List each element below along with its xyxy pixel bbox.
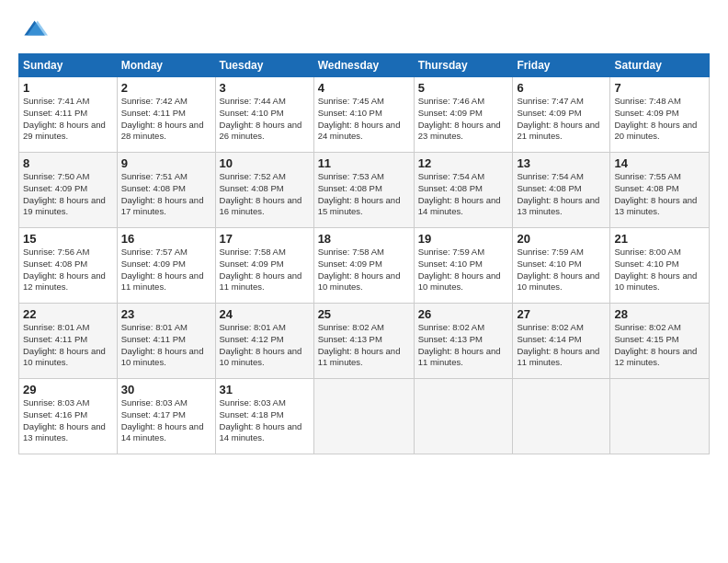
- day-number: 10: [220, 156, 310, 170]
- day-cell: 22Sunrise: 8:01 AMSunset: 4:11 PMDayligh…: [19, 304, 118, 379]
- day-info: Sunrise: 8:02 AMSunset: 4:14 PMDaylight:…: [517, 322, 606, 369]
- day-cell: [313, 379, 414, 454]
- header-day-wednesday: Wednesday: [313, 54, 414, 77]
- day-cell: [610, 379, 710, 454]
- day-info: Sunrise: 7:57 AMSunset: 4:09 PMDaylight:…: [121, 247, 211, 293]
- day-info: Sunrise: 7:48 AMSunset: 4:09 PMDaylight:…: [614, 96, 705, 143]
- day-number: 25: [318, 307, 410, 321]
- week-row-2: 8Sunrise: 7:50 AMSunset: 4:09 PMDaylight…: [19, 153, 710, 228]
- calendar-body: 1Sunrise: 7:41 AMSunset: 4:11 PMDaylight…: [19, 77, 710, 454]
- day-number: 6: [517, 81, 606, 95]
- day-cell: 7Sunrise: 7:48 AMSunset: 4:09 PMDaylight…: [610, 77, 710, 153]
- day-info: Sunrise: 8:03 AMSunset: 4:16 PMDaylight:…: [23, 397, 113, 444]
- day-info: Sunrise: 7:42 AMSunset: 4:11 PMDaylight:…: [121, 96, 211, 143]
- day-cell: 26Sunrise: 8:02 AMSunset: 4:13 PMDayligh…: [414, 304, 513, 379]
- day-info: Sunrise: 7:56 AMSunset: 4:08 PMDaylight:…: [23, 247, 113, 293]
- day-info: Sunrise: 7:46 AMSunset: 4:09 PMDaylight:…: [418, 96, 509, 143]
- day-info: Sunrise: 8:02 AMSunset: 4:15 PMDaylight:…: [614, 322, 705, 369]
- day-number: 20: [517, 232, 606, 246]
- day-cell: 27Sunrise: 8:02 AMSunset: 4:14 PMDayligh…: [513, 304, 610, 379]
- day-cell: 31Sunrise: 8:03 AMSunset: 4:18 PMDayligh…: [215, 379, 313, 454]
- week-row-3: 15Sunrise: 7:56 AMSunset: 4:08 PMDayligh…: [19, 228, 710, 304]
- day-cell: 15Sunrise: 7:56 AMSunset: 4:08 PMDayligh…: [19, 228, 118, 304]
- header-day-thursday: Thursday: [414, 54, 513, 77]
- day-info: Sunrise: 8:00 AMSunset: 4:10 PMDaylight:…: [614, 247, 705, 293]
- day-cell: 19Sunrise: 7:59 AMSunset: 4:10 PMDayligh…: [414, 228, 513, 304]
- day-number: 12: [418, 156, 509, 170]
- day-info: Sunrise: 7:41 AMSunset: 4:11 PMDaylight:…: [23, 96, 113, 143]
- day-number: 3: [220, 81, 310, 95]
- day-number: 23: [121, 307, 211, 321]
- day-cell: 11Sunrise: 7:53 AMSunset: 4:08 PMDayligh…: [313, 153, 414, 228]
- day-info: Sunrise: 7:54 AMSunset: 4:08 PMDaylight:…: [517, 171, 606, 218]
- day-info: Sunrise: 7:47 AMSunset: 4:09 PMDaylight:…: [517, 96, 606, 143]
- day-number: 30: [121, 383, 211, 396]
- day-cell: 12Sunrise: 7:54 AMSunset: 4:08 PMDayligh…: [414, 153, 513, 228]
- day-number: 7: [614, 81, 705, 95]
- day-cell: 1Sunrise: 7:41 AMSunset: 4:11 PMDaylight…: [19, 77, 118, 153]
- day-cell: 28Sunrise: 8:02 AMSunset: 4:15 PMDayligh…: [610, 304, 710, 379]
- day-number: 19: [418, 232, 509, 246]
- day-number: 14: [614, 156, 705, 170]
- day-cell: 25Sunrise: 8:02 AMSunset: 4:13 PMDayligh…: [313, 304, 414, 379]
- day-number: 22: [23, 307, 113, 321]
- day-info: Sunrise: 7:53 AMSunset: 4:08 PMDaylight:…: [318, 171, 410, 218]
- day-info: Sunrise: 7:58 AMSunset: 4:09 PMDaylight:…: [220, 247, 310, 293]
- day-cell: 5Sunrise: 7:46 AMSunset: 4:09 PMDaylight…: [414, 77, 513, 153]
- day-cell: 13Sunrise: 7:54 AMSunset: 4:08 PMDayligh…: [513, 153, 610, 228]
- day-number: 9: [121, 156, 211, 170]
- day-cell: 16Sunrise: 7:57 AMSunset: 4:09 PMDayligh…: [117, 228, 215, 304]
- day-number: 27: [517, 307, 606, 321]
- header: [18, 15, 710, 44]
- day-info: Sunrise: 8:02 AMSunset: 4:13 PMDaylight:…: [318, 322, 410, 369]
- day-info: Sunrise: 8:03 AMSunset: 4:17 PMDaylight:…: [121, 397, 211, 444]
- logo-icon: [18, 15, 48, 44]
- day-cell: 10Sunrise: 7:52 AMSunset: 4:08 PMDayligh…: [215, 153, 313, 228]
- day-cell: 3Sunrise: 7:44 AMSunset: 4:10 PMDaylight…: [215, 77, 313, 153]
- day-info: Sunrise: 7:52 AMSunset: 4:08 PMDaylight:…: [220, 171, 310, 218]
- day-cell: 2Sunrise: 7:42 AMSunset: 4:11 PMDaylight…: [117, 77, 215, 153]
- day-number: 16: [121, 232, 211, 246]
- day-number: 13: [517, 156, 606, 170]
- day-info: Sunrise: 7:58 AMSunset: 4:09 PMDaylight:…: [318, 247, 410, 293]
- day-cell: 4Sunrise: 7:45 AMSunset: 4:10 PMDaylight…: [313, 77, 414, 153]
- day-cell: 14Sunrise: 7:55 AMSunset: 4:08 PMDayligh…: [610, 153, 710, 228]
- calendar-table: SundayMondayTuesdayWednesdayThursdayFrid…: [18, 53, 710, 454]
- day-info: Sunrise: 7:54 AMSunset: 4:08 PMDaylight:…: [418, 171, 509, 218]
- day-cell: 9Sunrise: 7:51 AMSunset: 4:08 PMDaylight…: [117, 153, 215, 228]
- day-cell: 29Sunrise: 8:03 AMSunset: 4:16 PMDayligh…: [19, 379, 118, 454]
- day-number: 26: [418, 307, 509, 321]
- day-number: 1: [23, 81, 113, 95]
- day-cell: 8Sunrise: 7:50 AMSunset: 4:09 PMDaylight…: [19, 153, 118, 228]
- day-cell: 24Sunrise: 8:01 AMSunset: 4:12 PMDayligh…: [215, 304, 313, 379]
- week-row-4: 22Sunrise: 8:01 AMSunset: 4:11 PMDayligh…: [19, 304, 710, 379]
- day-info: Sunrise: 8:01 AMSunset: 4:11 PMDaylight:…: [23, 322, 113, 369]
- day-info: Sunrise: 7:59 AMSunset: 4:10 PMDaylight:…: [418, 247, 509, 293]
- page: SundayMondayTuesdayWednesdayThursdayFrid…: [0, 0, 728, 563]
- day-info: Sunrise: 8:01 AMSunset: 4:11 PMDaylight:…: [121, 322, 211, 369]
- day-info: Sunrise: 8:02 AMSunset: 4:13 PMDaylight:…: [418, 322, 509, 369]
- day-info: Sunrise: 7:55 AMSunset: 4:08 PMDaylight:…: [614, 171, 705, 218]
- header-row: SundayMondayTuesdayWednesdayThursdayFrid…: [19, 54, 710, 77]
- day-number: 17: [220, 232, 310, 246]
- logo: [18, 15, 51, 44]
- header-day-tuesday: Tuesday: [215, 54, 313, 77]
- week-row-5: 29Sunrise: 8:03 AMSunset: 4:16 PMDayligh…: [19, 379, 710, 454]
- header-day-friday: Friday: [513, 54, 610, 77]
- day-info: Sunrise: 7:51 AMSunset: 4:08 PMDaylight:…: [121, 171, 211, 218]
- day-number: 18: [318, 232, 410, 246]
- day-number: 31: [220, 383, 310, 396]
- day-number: 28: [614, 307, 705, 321]
- day-number: 8: [23, 156, 113, 170]
- day-number: 15: [23, 232, 113, 246]
- day-number: 11: [318, 156, 410, 170]
- day-info: Sunrise: 7:59 AMSunset: 4:10 PMDaylight:…: [517, 247, 606, 293]
- day-info: Sunrise: 7:44 AMSunset: 4:10 PMDaylight:…: [220, 96, 310, 143]
- header-day-sunday: Sunday: [19, 54, 118, 77]
- day-info: Sunrise: 8:03 AMSunset: 4:18 PMDaylight:…: [220, 397, 310, 444]
- day-info: Sunrise: 8:01 AMSunset: 4:12 PMDaylight:…: [220, 322, 310, 369]
- day-cell: 20Sunrise: 7:59 AMSunset: 4:10 PMDayligh…: [513, 228, 610, 304]
- day-info: Sunrise: 7:50 AMSunset: 4:09 PMDaylight:…: [23, 171, 113, 218]
- header-day-saturday: Saturday: [610, 54, 710, 77]
- day-number: 2: [121, 81, 211, 95]
